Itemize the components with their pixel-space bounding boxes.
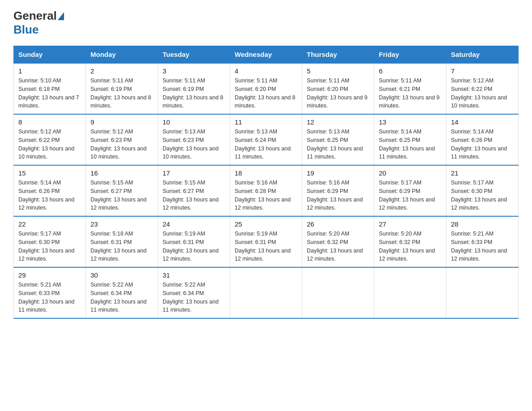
day-number: 13 <box>379 118 442 126</box>
day-info: Sunrise: 5:10 AMSunset: 6:18 PMDaylight:… <box>18 77 81 110</box>
col-header-tuesday: Tuesday <box>158 46 230 64</box>
day-number: 5 <box>307 67 369 75</box>
day-cell: 15 Sunrise: 5:14 AMSunset: 6:26 PMDaylig… <box>14 165 86 216</box>
day-info: Sunrise: 5:17 AMSunset: 6:30 PMDaylight:… <box>18 230 81 263</box>
day-info: Sunrise: 5:16 AMSunset: 6:29 PMDaylight:… <box>307 179 369 212</box>
logo-blue-text: Blue <box>13 23 39 36</box>
day-info: Sunrise: 5:20 AMSunset: 6:32 PMDaylight:… <box>307 230 369 263</box>
day-cell <box>302 267 374 318</box>
day-number: 6 <box>379 67 442 75</box>
logo-triangle-icon <box>58 12 64 20</box>
day-info: Sunrise: 5:14 AMSunset: 6:25 PMDaylight:… <box>379 128 442 161</box>
day-number: 17 <box>163 169 225 177</box>
day-cell: 21 Sunrise: 5:17 AMSunset: 6:30 PMDaylig… <box>446 165 519 216</box>
day-cell <box>446 267 519 318</box>
day-number: 1 <box>18 67 81 75</box>
day-info: Sunrise: 5:12 AMSunset: 6:22 PMDaylight:… <box>451 77 514 110</box>
day-cell: 27 Sunrise: 5:20 AMSunset: 6:32 PMDaylig… <box>374 216 446 267</box>
day-cell: 28 Sunrise: 5:21 AMSunset: 6:33 PMDaylig… <box>446 216 519 267</box>
day-number: 3 <box>163 67 225 75</box>
day-number: 27 <box>379 220 442 228</box>
day-cell <box>230 267 302 318</box>
day-info: Sunrise: 5:21 AMSunset: 6:33 PMDaylight:… <box>451 230 514 263</box>
week-row-5: 29 Sunrise: 5:21 AMSunset: 6:33 PMDaylig… <box>14 267 519 318</box>
day-cell: 4 Sunrise: 5:11 AMSunset: 6:20 PMDayligh… <box>230 63 302 114</box>
day-info: Sunrise: 5:22 AMSunset: 6:34 PMDaylight:… <box>90 281 153 314</box>
day-info: Sunrise: 5:20 AMSunset: 6:32 PMDaylight:… <box>379 230 442 263</box>
header-row: SundayMondayTuesdayWednesdayThursdayFrid… <box>14 46 519 64</box>
day-number: 10 <box>163 118 225 126</box>
day-cell: 22 Sunrise: 5:17 AMSunset: 6:30 PMDaylig… <box>14 216 86 267</box>
week-row-2: 8 Sunrise: 5:12 AMSunset: 6:22 PMDayligh… <box>14 114 519 165</box>
day-info: Sunrise: 5:11 AMSunset: 6:21 PMDaylight:… <box>379 77 442 110</box>
week-row-3: 15 Sunrise: 5:14 AMSunset: 6:26 PMDaylig… <box>14 165 519 216</box>
day-info: Sunrise: 5:18 AMSunset: 6:31 PMDaylight:… <box>90 230 153 263</box>
day-number: 9 <box>90 118 153 126</box>
day-cell: 6 Sunrise: 5:11 AMSunset: 6:21 PMDayligh… <box>374 63 446 114</box>
day-number: 15 <box>18 169 81 177</box>
logo-general-text: General <box>13 9 57 23</box>
col-header-thursday: Thursday <box>302 46 374 64</box>
day-cell: 23 Sunrise: 5:18 AMSunset: 6:31 PMDaylig… <box>86 216 158 267</box>
day-number: 8 <box>18 118 81 126</box>
day-number: 31 <box>163 271 225 279</box>
day-cell: 26 Sunrise: 5:20 AMSunset: 6:32 PMDaylig… <box>302 216 374 267</box>
day-info: Sunrise: 5:13 AMSunset: 6:23 PMDaylight:… <box>163 128 225 161</box>
day-number: 23 <box>90 220 153 228</box>
col-header-monday: Monday <box>86 46 158 64</box>
day-info: Sunrise: 5:11 AMSunset: 6:20 PMDaylight:… <box>235 77 297 110</box>
day-cell: 25 Sunrise: 5:19 AMSunset: 6:31 PMDaylig… <box>230 216 302 267</box>
calendar-table: SundayMondayTuesdayWednesdayThursdayFrid… <box>13 46 519 319</box>
day-cell <box>374 267 446 318</box>
day-cell: 10 Sunrise: 5:13 AMSunset: 6:23 PMDaylig… <box>158 114 230 165</box>
day-cell: 7 Sunrise: 5:12 AMSunset: 6:22 PMDayligh… <box>446 63 519 114</box>
day-cell: 5 Sunrise: 5:11 AMSunset: 6:20 PMDayligh… <box>302 63 374 114</box>
day-number: 18 <box>235 169 297 177</box>
day-cell: 12 Sunrise: 5:13 AMSunset: 6:25 PMDaylig… <box>302 114 374 165</box>
day-cell: 29 Sunrise: 5:21 AMSunset: 6:33 PMDaylig… <box>14 267 86 318</box>
day-cell: 30 Sunrise: 5:22 AMSunset: 6:34 PMDaylig… <box>86 267 158 318</box>
col-header-friday: Friday <box>374 46 446 64</box>
day-cell: 16 Sunrise: 5:15 AMSunset: 6:27 PMDaylig… <box>86 165 158 216</box>
day-number: 21 <box>451 169 514 177</box>
day-info: Sunrise: 5:12 AMSunset: 6:23 PMDaylight:… <box>90 128 153 161</box>
day-cell: 11 Sunrise: 5:13 AMSunset: 6:24 PMDaylig… <box>230 114 302 165</box>
day-cell: 31 Sunrise: 5:22 AMSunset: 6:34 PMDaylig… <box>158 267 230 318</box>
day-number: 24 <box>163 220 225 228</box>
day-info: Sunrise: 5:11 AMSunset: 6:19 PMDaylight:… <box>163 77 225 110</box>
day-cell: 24 Sunrise: 5:19 AMSunset: 6:31 PMDaylig… <box>158 216 230 267</box>
day-cell: 3 Sunrise: 5:11 AMSunset: 6:19 PMDayligh… <box>158 63 230 114</box>
day-cell: 18 Sunrise: 5:16 AMSunset: 6:28 PMDaylig… <box>230 165 302 216</box>
day-info: Sunrise: 5:16 AMSunset: 6:28 PMDaylight:… <box>235 179 297 212</box>
day-number: 7 <box>451 67 514 75</box>
day-number: 26 <box>307 220 369 228</box>
day-info: Sunrise: 5:12 AMSunset: 6:22 PMDaylight:… <box>18 128 81 161</box>
day-info: Sunrise: 5:11 AMSunset: 6:19 PMDaylight:… <box>90 77 153 110</box>
day-info: Sunrise: 5:11 AMSunset: 6:20 PMDaylight:… <box>307 77 369 110</box>
day-info: Sunrise: 5:19 AMSunset: 6:31 PMDaylight:… <box>163 230 225 263</box>
day-number: 14 <box>451 118 514 126</box>
day-info: Sunrise: 5:14 AMSunset: 6:26 PMDaylight:… <box>18 179 81 212</box>
day-cell: 2 Sunrise: 5:11 AMSunset: 6:19 PMDayligh… <box>86 63 158 114</box>
day-info: Sunrise: 5:13 AMSunset: 6:25 PMDaylight:… <box>307 128 369 161</box>
day-cell: 17 Sunrise: 5:15 AMSunset: 6:27 PMDaylig… <box>158 165 230 216</box>
day-cell: 13 Sunrise: 5:14 AMSunset: 6:25 PMDaylig… <box>374 114 446 165</box>
week-row-4: 22 Sunrise: 5:17 AMSunset: 6:30 PMDaylig… <box>14 216 519 267</box>
logo: General Blue <box>13 9 65 37</box>
day-number: 4 <box>235 67 297 75</box>
col-header-wednesday: Wednesday <box>230 46 302 64</box>
day-number: 2 <box>90 67 153 75</box>
day-cell: 8 Sunrise: 5:12 AMSunset: 6:22 PMDayligh… <box>14 114 86 165</box>
col-header-sunday: Sunday <box>14 46 86 64</box>
day-info: Sunrise: 5:17 AMSunset: 6:30 PMDaylight:… <box>451 179 514 212</box>
day-cell: 19 Sunrise: 5:16 AMSunset: 6:29 PMDaylig… <box>302 165 374 216</box>
day-number: 20 <box>379 169 442 177</box>
day-info: Sunrise: 5:14 AMSunset: 6:26 PMDaylight:… <box>451 128 514 161</box>
day-info: Sunrise: 5:17 AMSunset: 6:29 PMDaylight:… <box>379 179 442 212</box>
day-cell: 1 Sunrise: 5:10 AMSunset: 6:18 PMDayligh… <box>14 63 86 114</box>
day-info: Sunrise: 5:15 AMSunset: 6:27 PMDaylight:… <box>90 179 153 212</box>
day-number: 25 <box>235 220 297 228</box>
day-number: 11 <box>235 118 297 126</box>
day-info: Sunrise: 5:21 AMSunset: 6:33 PMDaylight:… <box>18 281 81 314</box>
week-row-1: 1 Sunrise: 5:10 AMSunset: 6:18 PMDayligh… <box>14 63 519 114</box>
